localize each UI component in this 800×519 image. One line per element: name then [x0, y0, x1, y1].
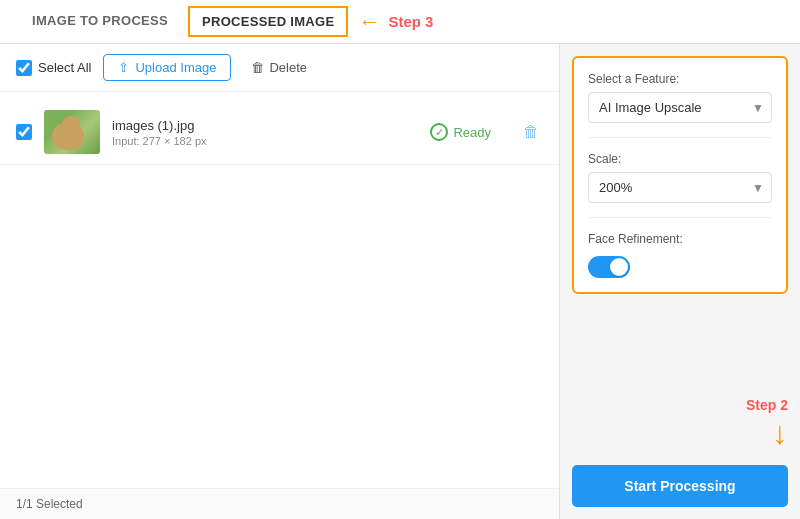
- status-label: Ready: [453, 125, 491, 140]
- status-badge: ✓ Ready: [430, 123, 491, 141]
- right-panel: Select a Feature: AI Image Upscale AI De…: [560, 44, 800, 519]
- file-list: images (1).jpg Input: 277 × 182 px ✓ Rea…: [0, 92, 559, 488]
- divider-2: [588, 217, 772, 218]
- dog-head: [62, 116, 80, 132]
- file-meta: Input: 277 × 182 px: [112, 135, 418, 147]
- delete-button-label: Delete: [269, 60, 307, 75]
- feature-label: Select a Feature:: [588, 72, 772, 86]
- toolbar: Select All ⇧ Upload Image 🗑 Delete: [0, 44, 559, 92]
- select-all-checkbox[interactable]: [16, 60, 32, 76]
- file-name: images (1).jpg: [112, 118, 418, 133]
- selected-count: 1/1 Selected: [16, 497, 83, 511]
- select-all-label: Select All: [38, 60, 91, 75]
- scale-field: Scale: 200% 400% ▼: [588, 152, 772, 203]
- step3-arrow-icon: ←: [358, 9, 380, 35]
- feature-select-wrapper: AI Image Upscale AI Denoise ▼: [588, 92, 772, 123]
- scale-label: Scale:: [588, 152, 772, 166]
- face-refinement-field: Face Refinement:: [588, 232, 772, 278]
- tabs-bar: IMAGE TO PROCESS PROCESSED IMAGE ← Step …: [0, 0, 800, 44]
- select-all-wrap[interactable]: Select All: [16, 60, 91, 76]
- feature-field: Select a Feature: AI Image Upscale AI De…: [588, 72, 772, 123]
- delete-button[interactable]: 🗑 Delete: [243, 55, 315, 80]
- toggle-knob: [610, 258, 628, 276]
- main-layout: Select All ⇧ Upload Image 🗑 Delete image…: [0, 44, 800, 519]
- step2-wrap: Step 2 ↓: [746, 397, 788, 449]
- tab-processed-image[interactable]: PROCESSED IMAGE: [188, 6, 348, 37]
- upload-icon: ⇧: [118, 60, 129, 75]
- divider-1: [588, 137, 772, 138]
- step2-arrow-icon: ↓: [772, 417, 788, 449]
- face-refinement-label: Face Refinement:: [588, 232, 772, 246]
- left-panel: Select All ⇧ Upload Image 🗑 Delete image…: [0, 44, 560, 519]
- feature-card: Select a Feature: AI Image Upscale AI De…: [572, 56, 788, 294]
- trash-icon: 🗑: [251, 60, 264, 75]
- file-delete-button[interactable]: 🗑: [519, 119, 543, 145]
- scale-select-wrapper: 200% 400% ▼: [588, 172, 772, 203]
- bottom-bar: 1/1 Selected: [0, 488, 559, 519]
- upload-button[interactable]: ⇧ Upload Image: [103, 54, 231, 81]
- scale-select[interactable]: 200% 400%: [588, 172, 772, 203]
- tab-image-to-process[interactable]: IMAGE TO PROCESS: [16, 1, 184, 42]
- file-info: images (1).jpg Input: 277 × 182 px: [112, 118, 418, 147]
- feature-select[interactable]: AI Image Upscale AI Denoise: [588, 92, 772, 123]
- face-refinement-toggle[interactable]: [588, 256, 630, 278]
- step2-label: Step 2: [746, 397, 788, 413]
- file-thumbnail: [44, 110, 100, 154]
- table-row: images (1).jpg Input: 277 × 182 px ✓ Rea…: [0, 100, 559, 165]
- upload-button-label: Upload Image: [135, 60, 216, 75]
- step3-label: Step 3: [388, 13, 433, 30]
- start-processing-button[interactable]: Start Processing: [572, 465, 788, 507]
- file-checkbox[interactable]: [16, 124, 32, 140]
- status-check-icon: ✓: [430, 123, 448, 141]
- steps-area: Step 2 ↓: [572, 294, 788, 461]
